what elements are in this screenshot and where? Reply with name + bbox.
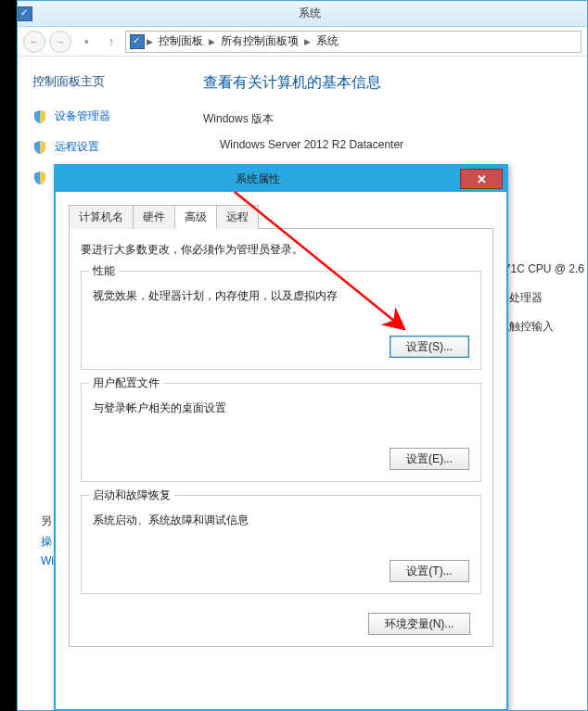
group-desc-performance: 视觉效果，处理器计划，内存使用，以及虚拟内存	[93, 288, 469, 304]
nav-forward-button[interactable]: →	[49, 31, 71, 53]
win-edition-label: Windows 版本	[203, 111, 587, 127]
left-extra-line: 另	[41, 512, 54, 532]
sidebar-link-remote[interactable]: 远程设置	[32, 139, 170, 155]
tab-computername[interactable]: 计算机名	[69, 205, 134, 229]
right-info: 271C CPU @ 2.6 的处理器 或触控输入	[498, 255, 584, 342]
nav-history-button[interactable]: ▾	[75, 31, 97, 53]
breadcrumb-sep: ▶	[147, 37, 153, 46]
dialog-title: 系统属性	[56, 171, 460, 187]
tab-advanced[interactable]: 高级	[174, 205, 217, 229]
startup-settings-button[interactable]: 设置(T)...	[390, 560, 469, 582]
dialog-body: 计算机名 硬件 高级 远程 要进行大多数更改，你必须作为管理员登录。 性能 视觉…	[56, 192, 506, 647]
content-heading: 查看有关计算机的基本信息	[203, 73, 587, 93]
dialog-tabs: 计算机名 硬件 高级 远程	[69, 205, 493, 229]
info-line: 或触控输入	[498, 312, 584, 341]
tab-remote[interactable]: 远程	[216, 205, 259, 229]
left-extra-line[interactable]: 操	[41, 532, 54, 552]
bg-window-titlebar: 系统	[18, 1, 587, 27]
performance-settings-button[interactable]: 设置(S)...	[390, 336, 469, 358]
shield-icon	[32, 171, 47, 185]
system-properties-dialog: 系统属性 ✕ 计算机名 硬件 高级 远程 要进行大多数更改，你必须作为管理员登录…	[54, 164, 508, 711]
breadcrumb-sep: ▶	[209, 37, 215, 46]
dialog-titlebar[interactable]: 系统属性 ✕	[56, 166, 506, 192]
group-desc-startup: 系统启动、系统故障和调试信息	[93, 513, 469, 528]
group-performance: 性能 视觉效果，处理器计划，内存使用，以及虚拟内存 设置(S)...	[81, 271, 481, 370]
dialog-close-button[interactable]: ✕	[460, 169, 503, 189]
cpu-info: 271C CPU @ 2.6	[498, 255, 584, 284]
breadcrumb-item[interactable]: 控制面板	[155, 33, 207, 49]
breadcrumb-item[interactable]: 所有控制面板项	[217, 33, 302, 49]
window-icon	[18, 6, 32, 21]
env-variables-button[interactable]: 环境变量(N)...	[368, 613, 470, 635]
group-title-startup: 启动和故障恢复	[89, 488, 174, 503]
win-edition-value: Windows Server 2012 R2 Datacenter	[220, 138, 587, 151]
shield-icon	[32, 140, 47, 155]
group-desc-profile: 与登录帐户相关的桌面设置	[93, 400, 469, 416]
tab-content-advanced: 要进行大多数更改，你必须作为管理员登录。 性能 视觉效果，处理器计划，内存使用，…	[69, 228, 493, 647]
group-title-profile: 用户配置文件	[89, 375, 163, 391]
group-user-profile: 用户配置文件 与登录帐户相关的桌面设置 设置(E)...	[81, 383, 481, 482]
left-extra-text: 另 操 Wi	[41, 512, 54, 572]
bg-toolbar: ← → ▾ ↑ ▶ 控制面板 ▶ 所有控制面板项 ▶ 系统	[18, 27, 587, 57]
sidebar-link-device-manager[interactable]: 设备管理器	[32, 108, 170, 124]
bg-window-title: 系统	[32, 6, 587, 21]
sidebar-link-label: 设备管理器	[55, 108, 110, 124]
breadcrumb-item[interactable]: 系统	[313, 33, 342, 49]
group-startup: 启动和故障恢复 系统启动、系统故障和调试信息 设置(T)...	[81, 495, 481, 594]
nav-up-button[interactable]: ↑	[101, 32, 121, 52]
shield-icon	[32, 109, 47, 124]
info-line: 的处理器	[498, 284, 584, 312]
profile-settings-button[interactable]: 设置(E)...	[390, 448, 469, 470]
sidebar-link-label: 远程设置	[55, 139, 99, 155]
group-title-performance: 性能	[89, 263, 119, 279]
nav-back-button[interactable]: ←	[23, 31, 45, 53]
tab-hardware[interactable]: 硬件	[133, 205, 175, 229]
address-bar[interactable]: ▶ 控制面板 ▶ 所有控制面板项 ▶ 系统	[125, 31, 582, 53]
breadcrumb-sep: ▶	[304, 37, 311, 46]
admin-hint: 要进行大多数更改，你必须作为管理员登录。	[81, 242, 481, 258]
addressbar-icon	[130, 34, 145, 49]
sidebar-heading: 控制面板主页	[32, 73, 170, 90]
left-extra-line[interactable]: Wi	[41, 552, 54, 572]
